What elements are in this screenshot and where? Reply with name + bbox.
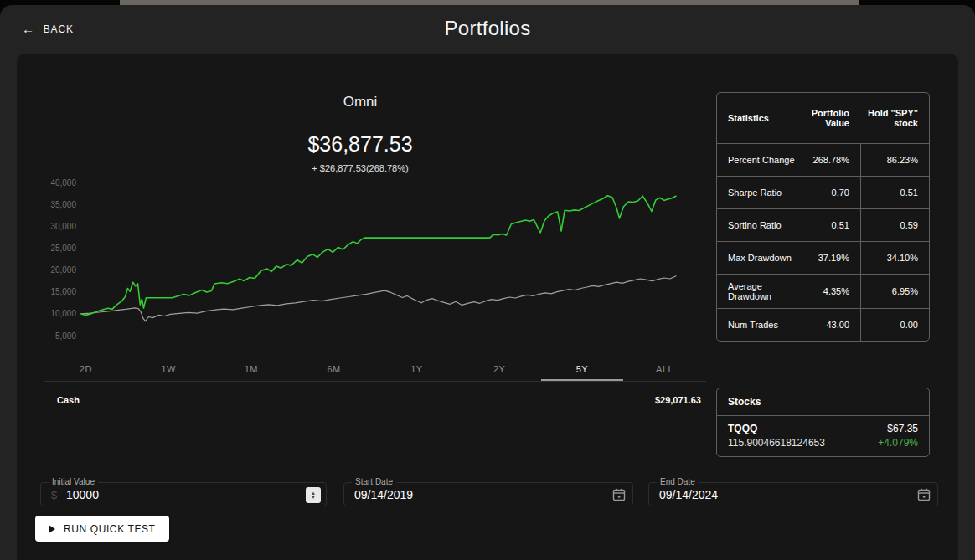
- page-title: Portfolios: [0, 17, 975, 40]
- stat-label: Percent Change: [717, 144, 812, 176]
- stat-portfolio-value: 4.35%: [812, 275, 860, 308]
- end-date-input[interactable]: 09/14/2024: [659, 488, 718, 501]
- y-axis-tick: 30,000: [50, 222, 76, 231]
- number-stepper[interactable]: ▲ ▼: [306, 487, 321, 503]
- stat-spy-value: 0.59: [860, 209, 929, 241]
- stats-row: Sharpe Ratio0.700.51: [717, 176, 929, 208]
- statistics-table-header: StatisticsPortfolio ValueHold "SPY" stoc…: [717, 93, 929, 143]
- initial-value-field[interactable]: Initial Value $ 10000 ▲ ▼: [40, 482, 327, 506]
- y-axis-tick: 40,000: [50, 178, 76, 188]
- range-tab-5y[interactable]: 5Y: [541, 358, 624, 381]
- stats-header-label: Statistics: [717, 101, 812, 135]
- stat-spy-value: 6.95%: [860, 275, 929, 308]
- stat-spy-value: 34.10%: [860, 242, 929, 274]
- y-axis-tick: 25,000: [50, 244, 76, 253]
- y-axis-tick: 35,000: [50, 200, 76, 209]
- stat-label: Num Trades: [717, 309, 812, 341]
- range-tab-2y[interactable]: 2Y: [458, 358, 541, 381]
- stat-label: Sortino Ratio: [717, 209, 812, 241]
- stat-spy-value: 0.51: [860, 177, 929, 208]
- start-date-field[interactable]: Start Date 09/14/2019: [343, 482, 633, 506]
- stocks-panel-title: Stocks: [717, 388, 929, 416]
- app-window: ← BACK Portfolios Omni $36,877.53 + $26,…: [0, 5, 975, 560]
- start-date-input[interactable]: 09/14/2019: [354, 488, 413, 501]
- portfolio-card: Omni $36,877.53 + $26,877.53(268.78%) 40…: [17, 54, 958, 560]
- y-axis-tick: 5,000: [55, 331, 76, 341]
- stock-change-percent: +4.079%: [878, 437, 918, 449]
- range-tab-1m[interactable]: 1M: [210, 358, 293, 381]
- stats-row: Average Drawdown4.35%6.95%: [717, 274, 929, 308]
- stat-spy-value: 86.23%: [860, 144, 929, 176]
- stats-row: Max Drawdown37.19%34.10%: [717, 241, 929, 274]
- play-icon: [49, 525, 55, 533]
- range-tab-1y[interactable]: 1Y: [375, 358, 458, 381]
- start-date-field-label: Start Date: [352, 477, 396, 486]
- cash-row: Cash $29,071.63: [57, 395, 701, 405]
- stat-label: Average Drawdown: [717, 275, 812, 308]
- initial-value-field-label: Initial Value: [49, 477, 98, 486]
- currency-prefix: $: [51, 489, 57, 501]
- range-tabs: 2D1W1M6M1Y2Y5YALL: [44, 358, 706, 382]
- stock-symbol: TQQQ: [728, 423, 878, 434]
- statistics-table: StatisticsPortfolio ValueHold "SPY" stoc…: [716, 92, 930, 342]
- stat-portfolio-value: 43.00: [812, 309, 860, 341]
- portfolio-value: $36,877.53: [17, 132, 704, 157]
- stat-spy-value: 0.00: [860, 309, 929, 341]
- run-quick-test-button[interactable]: RUN QUICK TEST: [35, 516, 169, 542]
- stocks-panel: Stocks TQQQ$67.35115.90046618124653+4.07…: [716, 388, 930, 457]
- y-axis-tick: 10,000: [50, 309, 76, 318]
- range-tab-2d[interactable]: 2D: [44, 358, 127, 381]
- header: ← BACK Portfolios: [0, 5, 975, 54]
- calendar-icon[interactable]: [917, 488, 931, 501]
- calendar-icon[interactable]: [612, 488, 626, 501]
- stats-row: Num Trades43.000.00: [717, 308, 929, 341]
- stats-row: Sortino Ratio0.510.59: [717, 208, 929, 241]
- cash-label: Cash: [57, 395, 80, 405]
- stats-header-portfolio: Portfolio Value: [812, 101, 860, 135]
- stat-label: Sharpe Ratio: [717, 177, 812, 208]
- stats-header-spy: Hold "SPY" stock: [860, 101, 929, 135]
- end-date-field-label: End Date: [657, 477, 699, 486]
- stat-portfolio-value: 0.51: [812, 209, 860, 241]
- range-tab-1w[interactable]: 1W: [127, 358, 210, 381]
- stock-price: $67.35: [878, 423, 918, 434]
- stock-row[interactable]: TQQQ$67.35115.90046618124653+4.079%: [717, 416, 929, 456]
- range-tab-all[interactable]: ALL: [623, 358, 706, 381]
- portfolio-name: Omni: [17, 94, 704, 110]
- y-axis-tick: 20,000: [50, 265, 76, 275]
- stat-portfolio-value: 0.70: [812, 177, 860, 208]
- series-hold-spy-stock: [81, 276, 676, 321]
- range-tab-6m[interactable]: 6M: [292, 358, 375, 381]
- stats-row: Percent Change268.78%86.23%: [717, 143, 929, 176]
- run-button-label: RUN QUICK TEST: [64, 523, 156, 535]
- initial-value-input[interactable]: 10000: [66, 488, 99, 501]
- stepper-down-icon[interactable]: ▼: [311, 496, 316, 500]
- series-portfolio-value: [81, 196, 676, 316]
- performance-chart[interactable]: 40,00035,00030,00025,00020,00015,00010,0…: [38, 172, 699, 361]
- stat-label: Max Drawdown: [717, 242, 812, 274]
- end-date-field[interactable]: End Date 09/14/2024: [648, 482, 938, 506]
- cash-value: $29,071.63: [655, 395, 701, 405]
- stock-shares: 115.90046618124653: [728, 437, 878, 449]
- screen: ← BACK Portfolios Omni $36,877.53 + $26,…: [0, 0, 975, 560]
- stat-portfolio-value: 268.78%: [812, 144, 860, 176]
- stat-portfolio-value: 37.19%: [812, 242, 860, 274]
- y-axis-tick: 15,000: [50, 287, 76, 296]
